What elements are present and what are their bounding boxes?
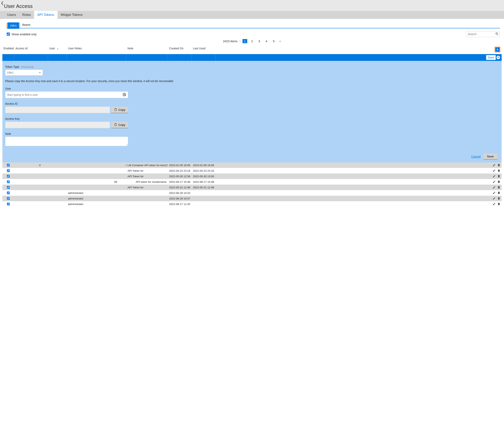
cell-used: 2022-04-23 23:16 [192,169,216,172]
page-2[interactable]: 2 [250,39,254,43]
cell-user: ████████ [48,175,67,178]
delete-icon[interactable] [497,197,500,200]
svg-rect-8 [115,123,116,124]
cell-created: 2022-08-17 11:43 [168,203,192,206]
info-text: Please copy the Access Key now and save … [5,80,499,83]
cell-roles: ██████████████████████████ [67,169,126,172]
delete-icon[interactable] [497,169,500,172]
delete-icon[interactable] [497,202,500,206]
delete-icon[interactable] [497,180,500,183]
access-key-field[interactable] [5,122,110,128]
top-tabs: Users Roles API Tokens Widget Tokens [0,11,504,19]
page-5[interactable]: 5 [271,39,276,43]
token-type-label: Token Type (Required) [5,65,499,68]
cell-roles: administrator [67,197,126,200]
cell-created: 2022-04-23 23:16 [168,169,192,172]
cell-user: ████████ [48,186,67,189]
edit-icon[interactable] [493,191,496,195]
col-access-id[interactable]: Access Id [14,45,48,54]
search-icon[interactable] [495,32,498,36]
user-search-icon[interactable] [123,93,126,97]
row-enabled-checkbox[interactable] [7,191,10,194]
enabled-only-checkbox-wrap[interactable]: Show enabled only [7,33,37,36]
inline-close-icon[interactable]: ✕ [496,56,500,59]
token-type-select[interactable]: LMv1 [5,70,43,76]
cell-used: 2022-08-17 15:48 [192,180,216,183]
subtab-lmv1[interactable]: LMv1 [8,22,19,29]
page-1[interactable]: 1 [243,39,247,43]
access-id-label: Access ID [5,102,499,105]
edit-icon[interactable] [493,197,496,200]
delete-icon[interactable] [497,175,500,178]
note-textarea[interactable] [5,137,128,146]
cell-created: 2022-06-29 14:33 [168,191,192,195]
svg-line-1 [497,34,498,35]
cancel-button[interactable]: Cancel [471,153,481,160]
cell-roles: ██████████████████████████████ 03 [67,164,126,167]
sort-asc-icon: ▲ [56,47,59,50]
row-enabled-checkbox[interactable] [7,164,10,167]
access-key-label: Access Key [5,117,499,120]
col-user[interactable]: User ▲ [48,45,67,54]
col-note[interactable]: Note [126,45,168,54]
row-enabled-checkbox[interactable] [7,186,10,189]
subtabs: LMv1 Bearer [7,22,500,28]
tab-widget-tokens[interactable]: Widget Tokens [57,11,86,19]
tab-users[interactable]: Users [4,11,19,19]
cell-note: API Token for ████ [126,169,168,172]
table-row: ████████████ V██████████████████████████… [2,162,502,168]
inline-save-button[interactable]: Save [486,55,496,60]
cell-access-id: ████████████ [14,175,48,178]
cell-roles: ██████████████████████████ [67,186,126,189]
page-4[interactable]: 4 [264,39,269,43]
cell-user: ████████ [48,180,67,183]
col-last-used[interactable]: Last Used [192,45,216,54]
row-enabled-checkbox[interactable] [7,169,10,172]
tab-roles[interactable]: Roles [19,11,34,19]
enabled-only-checkbox[interactable] [7,33,10,36]
tab-api-tokens[interactable]: API Tokens [34,11,57,19]
add-token-button[interactable]: + [495,47,500,52]
copy-access-id-button[interactable]: Copy [111,107,128,113]
col-enabled[interactable]: Enabled [2,45,14,54]
collapse-icon[interactable]: ❮ [1,1,4,5]
delete-icon[interactable] [497,191,500,195]
separator [240,39,240,43]
subtab-bearer[interactable]: Bearer [20,22,33,28]
cell-access-id: ████████████ V [14,164,48,167]
edit-icon[interactable] [493,186,496,189]
edit-icon[interactable] [493,202,496,206]
table-row: ████████████████████████████████████████… [2,168,502,173]
user-input[interactable] [5,91,128,98]
delete-icon[interactable] [497,186,500,189]
page-3[interactable]: 3 [257,39,262,43]
row-enabled-checkbox[interactable] [7,180,10,183]
col-user-roles[interactable]: User Roles [67,45,126,54]
col-created-on[interactable]: Created On [168,45,192,54]
row-enabled-checkbox[interactable] [7,197,10,200]
cell-note: API Token for ██████ [126,186,168,189]
edit-icon[interactable] [493,175,496,178]
row-enabled-checkbox[interactable] [7,203,10,205]
row-enabled-checkbox[interactable] [7,175,10,178]
search-input[interactable] [466,31,500,37]
copy-access-key-button[interactable]: Copy [111,122,128,128]
table-row: ████████████████████administrator2022-06… [2,190,502,196]
page-next-icon[interactable]: ➔ [279,39,281,43]
edit-icon[interactable] [493,169,496,172]
note-label: Note [5,132,499,135]
delete-icon[interactable] [497,163,500,167]
access-id-field[interactable] [5,107,110,113]
copy-label: Copy [118,108,125,111]
save-button[interactable]: Save [483,153,497,160]
clipboard-icon [114,108,117,111]
cell-note: ████ API token for clustername [126,180,168,183]
edit-icon[interactable] [493,163,496,167]
cell-user: ████████ [48,169,67,172]
table-row: ████████████████████████████████████████… [2,185,502,190]
edit-icon[interactable] [493,180,496,183]
user-label: User [5,87,499,90]
cell-used: 2023-01-06 16:08 [192,164,216,167]
token-form: Token Type (Required) LMv1 Please copy t… [2,61,502,162]
col-actions: + [216,45,502,54]
